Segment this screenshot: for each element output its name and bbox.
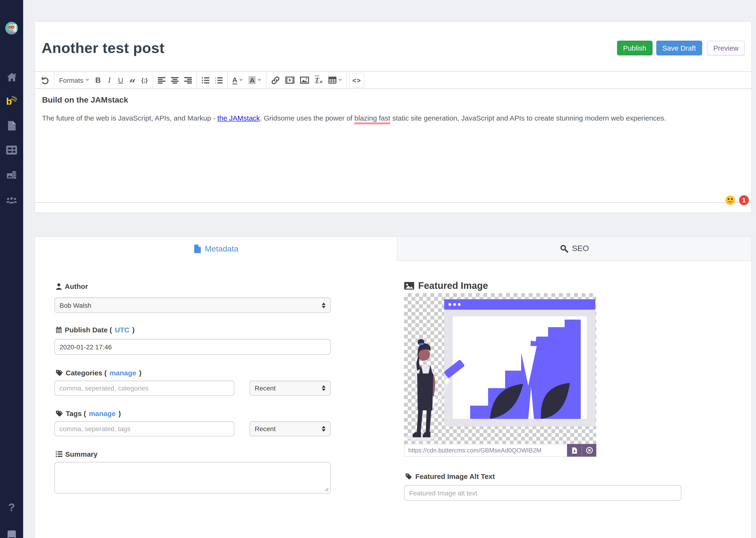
featured-image-url: https://cdn.buttercms.com/GBMseAd0QOWIB2… [404,444,567,457]
remove-image-button[interactable] [582,444,596,457]
table-icon [328,77,336,84]
summary-label-text: Summary [65,450,98,458]
editor-toolbar: Formats B I U “ {;} [35,72,751,89]
select-stepper-icon [322,302,326,308]
insert-image-button[interactable] [297,73,312,87]
file-download-icon [572,447,577,454]
download-image-button[interactable] [567,444,582,457]
tab-seo[interactable]: SEO [397,237,751,261]
post-actions: Publish Save Draft Preview [617,41,745,55]
insert-table-button[interactable] [326,73,345,87]
sidebar-item-content[interactable] [6,145,17,156]
align-right-icon [184,77,192,83]
notification-badge[interactable]: 1 [739,195,749,205]
author-select[interactable]: Bob Walsh [54,297,331,313]
publish-button[interactable]: Publish [617,41,652,55]
source-code-button[interactable]: <> [349,73,364,87]
categories-label: Categories (manage) [56,369,142,377]
background-color-button[interactable]: A [246,73,264,87]
background-color-letter: A [249,76,256,84]
preview-button[interactable]: Preview [707,41,745,55]
editor-paragraph: The future of the web is JavaScript, API… [42,113,744,123]
tab-seo-label: SEO [572,244,589,253]
toolbar-divider [152,72,153,88]
circle-x-icon [586,447,593,454]
sidebar-item-docs[interactable] [6,529,17,538]
toolbar-divider [266,72,266,88]
users-icon [6,195,17,204]
avatar[interactable] [5,22,18,34]
sidebar-item-users[interactable] [6,194,17,205]
italic-button[interactable]: I [104,73,115,87]
clear-formatting-button[interactable]: T × [312,73,325,87]
featured-image-preview[interactable]: https://cdn.buttercms.com/GBMseAd0QOWIB2… [404,293,596,457]
align-right-button[interactable] [181,73,194,87]
manage-categories-link[interactable]: manage [109,369,136,377]
insert-link-button[interactable] [268,73,283,87]
toolbar-divider [347,72,347,88]
publish-date-input[interactable] [54,339,331,354]
book-icon [6,530,17,538]
bullet-list-icon [202,77,209,83]
tab-bar: Metadata SEO [35,237,751,261]
author-label: Author [56,282,88,290]
paragraph-text: . Gridsome uses the power of [260,114,354,122]
sidebar-item-media[interactable] [6,170,17,181]
editor-content[interactable]: Build on the JAMstack The future of the … [35,89,751,202]
undo-icon [41,76,49,84]
tag-icon [56,410,63,417]
chevron-down-icon [338,79,342,81]
bullet-list-button[interactable] [199,73,212,87]
select-stepper-icon [322,385,326,391]
editor-corner-widgets: 1 [725,195,749,205]
tags-sort-select[interactable]: Recent [250,421,331,436]
feedback-smiley-icon[interactable] [725,195,735,205]
featured-image-alt-input[interactable] [404,485,681,501]
svg-text:3: 3 [215,81,216,83]
summary-label: Summary [56,450,98,458]
utc-link[interactable]: UTC [115,326,129,334]
author-label-text: Author [65,282,88,290]
categories-sort-value: Recent [255,384,276,392]
svg-text:1: 1 [215,77,216,79]
featured-image-url-bar: https://cdn.buttercms.com/GBMseAd0QOWIB2… [404,444,596,457]
blockquote-button[interactable]: “ [126,73,139,87]
categories-sort-select[interactable]: Recent [250,381,331,396]
svg-text:b: b [6,96,12,106]
post-editor-card: Another test post Publish Save Draft Pre… [35,22,751,212]
align-center-button[interactable] [168,73,181,87]
avatar-image [5,22,18,34]
tag-icon [56,369,63,376]
tags-label-close: ) [118,409,121,417]
image-icon [300,77,309,84]
sidebar-item-blog[interactable]: b [6,95,17,106]
jamstack-link[interactable]: the JAMstack [217,114,260,122]
featured-image-heading: Featured Image [404,280,488,291]
chevron-down-icon [239,79,243,81]
sidebar-item-home[interactable] [6,71,17,82]
formats-dropdown[interactable]: Formats [56,73,92,87]
code-sample-button[interactable]: {;} [138,73,151,87]
underline-button[interactable]: U [115,73,126,87]
categories-input[interactable] [54,381,234,396]
tags-input[interactable] [54,421,234,436]
tab-metadata[interactable]: Metadata [35,237,397,261]
toolbar-divider [54,72,54,88]
align-left-button[interactable] [155,73,168,87]
save-draft-button[interactable]: Save Draft [656,41,702,55]
sidebar: b [0,0,23,538]
undo-button[interactable] [38,73,52,87]
clear-formatting-x: × [320,79,323,84]
insert-media-button[interactable] [283,73,297,87]
align-left-icon [158,77,165,83]
toolbar-divider [227,72,227,88]
publish-date-label: Publish Date (UTC) [56,326,135,334]
text-color-button[interactable]: A [229,73,246,87]
rich-text-editor: Formats B I U “ {;} [35,71,751,203]
summary-textarea[interactable] [54,462,331,494]
sidebar-item-pages[interactable] [6,120,17,131]
manage-tags-link[interactable]: manage [89,409,116,417]
bold-button[interactable]: B [92,73,104,87]
numbered-list-button[interactable]: 1 2 3 [212,73,225,87]
sidebar-item-help[interactable]: ? [6,502,17,513]
